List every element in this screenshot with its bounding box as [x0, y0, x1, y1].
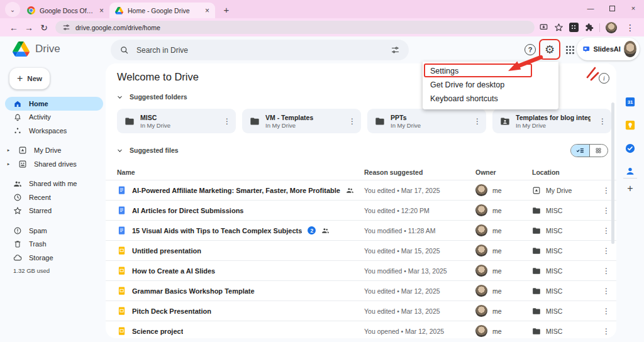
- more-options-button[interactable]: ⋮: [600, 327, 613, 336]
- address-bar[interactable]: drive.google.com/drive/home: [55, 21, 535, 34]
- folder-location: In My Drive: [265, 122, 313, 129]
- account-avatar[interactable]: [624, 41, 636, 57]
- back-button[interactable]: ←: [6, 20, 21, 35]
- file-row[interactable]: Science project You opened • Mar 12, 202…: [106, 321, 616, 338]
- file-row[interactable]: AI Articles for Direct Submissions You e…: [106, 200, 616, 220]
- column-header-reason[interactable]: Reason suggested: [364, 168, 475, 176]
- shared-people-icon: [13, 179, 22, 188]
- toolbar-divider: [599, 23, 600, 32]
- file-name: 15 Visual Aids with Tips to Teach Comple…: [132, 227, 302, 234]
- menu-item-get-drive-desktop[interactable]: Get Drive for desktop: [423, 78, 558, 92]
- browser-tab-docs-offline[interactable]: Google Docs Offline - Chrome W ×: [21, 3, 109, 18]
- pinned-extension-icon[interactable]: [569, 23, 579, 32]
- sidebar-item-spam[interactable]: Spam: [5, 224, 103, 238]
- more-options-button[interactable]: ⋮: [600, 186, 613, 195]
- google-calendar-icon[interactable]: [625, 96, 636, 108]
- file-row[interactable]: Pitch Deck Presentation You edited • Mar…: [106, 301, 616, 321]
- more-options-button[interactable]: ⋮: [600, 307, 613, 316]
- sidebar-item-workspaces[interactable]: Workspaces: [5, 124, 103, 138]
- workspaces-icon: [13, 126, 22, 135]
- location-chip[interactable]: MISC: [532, 287, 596, 295]
- sidebar-item-shared-with-me[interactable]: Shared with me: [5, 177, 103, 191]
- location-chip[interactable]: MISC: [532, 327, 596, 336]
- sidebar-item-my-drive[interactable]: ▸ My Drive: [5, 144, 103, 158]
- browser-profile-avatar[interactable]: [606, 22, 617, 33]
- location-chip[interactable]: MISC: [532, 267, 596, 275]
- chevron-down-icon[interactable]: [116, 146, 124, 155]
- more-options-button[interactable]: ⋮: [346, 117, 358, 126]
- sidebar-item-recent[interactable]: Recent: [5, 190, 103, 204]
- file-row[interactable]: 15 Visual Aids with Tips to Teach Comple…: [106, 220, 616, 240]
- table-header-row: Name Reason suggested Owner Location: [106, 165, 616, 180]
- reload-button[interactable]: ↻: [36, 20, 52, 35]
- folder-card-misc[interactable]: MISC In My Drive ⋮: [117, 109, 236, 133]
- more-options-button[interactable]: ⋮: [600, 246, 613, 255]
- location-chip[interactable]: MISC: [532, 226, 596, 235]
- browser-menu-button[interactable]: ⋮: [623, 20, 638, 35]
- more-options-button[interactable]: ⋮: [221, 117, 233, 126]
- site-settings-icon[interactable]: [62, 23, 70, 31]
- new-tab-button[interactable]: +: [219, 2, 234, 17]
- extensions-puzzle-icon[interactable]: [584, 23, 594, 32]
- sidebar-item-storage[interactable]: Storage: [5, 251, 103, 265]
- bookmark-star-icon[interactable]: [554, 23, 564, 32]
- close-tab-icon[interactable]: ×: [98, 6, 105, 15]
- chevron-down-icon[interactable]: [116, 93, 124, 101]
- location-chip[interactable]: MISC: [532, 206, 596, 215]
- url-text[interactable]: drive.google.com/drive/home: [75, 24, 160, 31]
- slidesai-extension-pill[interactable]: SlidesAI: [577, 38, 640, 60]
- column-header-location[interactable]: Location: [532, 168, 596, 176]
- close-tab-icon[interactable]: ×: [204, 6, 211, 15]
- grid-view-button[interactable]: [589, 145, 608, 157]
- scrollbar-thumb[interactable]: [611, 102, 614, 244]
- more-options-button[interactable]: ⋮: [600, 267, 613, 275]
- folder-card-templates-blog[interactable]: Templates for blog integration In My Dri…: [492, 109, 611, 133]
- get-add-ons-button[interactable]: +: [627, 183, 633, 194]
- sidebar-item-home[interactable]: Home: [5, 97, 103, 111]
- location-chip[interactable]: MISC: [532, 307, 596, 316]
- column-header-name[interactable]: Name: [117, 168, 364, 176]
- search-input[interactable]: Search in Drive: [111, 40, 409, 60]
- sidebar-item-trash[interactable]: Trash: [5, 238, 103, 251]
- sidebar-item-activity[interactable]: Activity: [5, 111, 103, 124]
- list-view-button[interactable]: [571, 145, 589, 157]
- shared-people-icon: [346, 186, 354, 194]
- close-window-button[interactable]: ×: [623, 0, 644, 16]
- owner-name: me: [492, 328, 502, 335]
- more-options-button[interactable]: ⋮: [600, 287, 613, 295]
- more-options-button[interactable]: ⋮: [471, 117, 484, 126]
- column-header-owner[interactable]: Owner: [475, 168, 532, 176]
- google-tasks-icon[interactable]: [625, 143, 636, 154]
- file-row[interactable]: Grammar Basics Workshop Template You edi…: [106, 280, 616, 301]
- sidebar-item-starred[interactable]: Starred: [5, 204, 103, 218]
- google-keep-icon[interactable]: [625, 119, 636, 131]
- file-name: Grammar Basics Workshop Template: [132, 287, 255, 295]
- google-slides-icon: [117, 286, 126, 295]
- advanced-search-icon[interactable]: [391, 45, 400, 55]
- menu-item-keyboard-shortcuts[interactable]: Keyboard shortcuts: [423, 92, 558, 106]
- file-row[interactable]: AI-Powered Affiliate Marketing: Smarter,…: [106, 180, 616, 200]
- file-row[interactable]: Untitled presentation You edited • Mar 1…: [106, 240, 616, 260]
- sidebar-item-shared-drives[interactable]: ▸ Shared drives: [5, 157, 103, 171]
- more-options-button[interactable]: ⋮: [600, 226, 613, 235]
- maximize-button[interactable]: [601, 0, 623, 16]
- file-row[interactable]: How to Create a AI Slides You modified •…: [106, 260, 616, 280]
- more-options-button[interactable]: ⋮: [596, 117, 609, 126]
- suggested-files-header[interactable]: Suggested files: [116, 144, 608, 157]
- more-options-button[interactable]: ⋮: [600, 206, 613, 215]
- folder-card-vm-templates[interactable]: VM - Templates In My Drive ⋮: [242, 109, 361, 133]
- drive-logo[interactable]: Drive: [13, 41, 60, 57]
- tab-search-button[interactable]: ⌄: [5, 2, 20, 17]
- minimize-button[interactable]: —: [580, 0, 601, 16]
- expand-caret-icon[interactable]: ▸: [6, 162, 11, 167]
- install-app-icon[interactable]: [539, 23, 548, 32]
- location-chip[interactable]: My Drive: [532, 186, 596, 195]
- browser-tab-drive[interactable]: Home - Google Drive ×: [109, 3, 215, 18]
- forward-button[interactable]: →: [21, 20, 36, 35]
- google-apps-grid-button[interactable]: [565, 45, 574, 54]
- location-chip[interactable]: MISC: [532, 246, 596, 255]
- new-button[interactable]: + New: [9, 68, 50, 89]
- expand-caret-icon[interactable]: ▸: [6, 148, 11, 153]
- google-contacts-icon[interactable]: [625, 165, 636, 177]
- folder-card-ppts[interactable]: PPTs In My Drive ⋮: [367, 109, 486, 133]
